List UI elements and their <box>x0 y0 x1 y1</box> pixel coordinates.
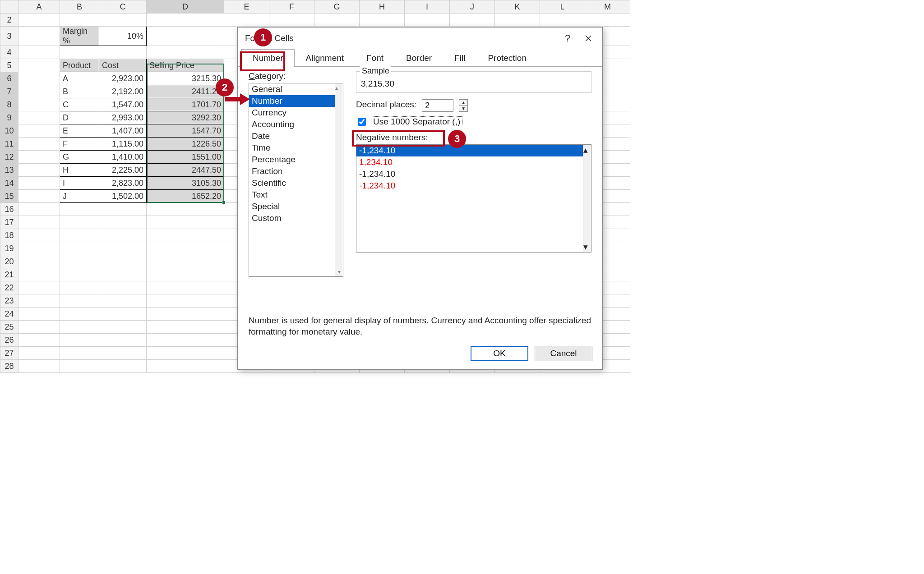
category-item[interactable]: Text <box>249 189 343 201</box>
cell[interactable] <box>60 216 99 229</box>
cell[interactable] <box>18 203 60 216</box>
row-header[interactable]: 9 <box>0 111 18 124</box>
row-header[interactable]: 27 <box>0 347 18 360</box>
cell[interactable] <box>99 46 147 59</box>
category-item[interactable]: Time <box>249 142 343 154</box>
column-header[interactable]: K <box>495 0 540 14</box>
category-item[interactable]: Currency <box>249 107 343 119</box>
cell[interactable]: 3215.30 <box>147 72 224 85</box>
row-header[interactable]: 5 <box>0 59 18 72</box>
cell[interactable] <box>60 46 99 59</box>
tab-protection[interactable]: Protection <box>476 49 538 67</box>
cell[interactable]: 1,115.00 <box>99 138 147 151</box>
category-item[interactable]: Date <box>249 130 343 142</box>
cell[interactable]: 2,225.00 <box>99 164 147 177</box>
cell[interactable]: J <box>60 190 99 203</box>
scroll-up-icon[interactable]: ▴ <box>335 83 338 92</box>
cell[interactable]: Cost <box>99 59 147 72</box>
cell[interactable] <box>18 138 60 151</box>
cell[interactable]: 2447.50 <box>147 164 224 177</box>
cell[interactable] <box>147 27 224 46</box>
cell[interactable] <box>99 281 147 294</box>
cell[interactable] <box>99 308 147 321</box>
listbox-scrollbar[interactable]: ▴ ▾ <box>583 145 591 252</box>
tab-border[interactable]: Border <box>395 49 443 67</box>
row-header[interactable]: 12 <box>0 151 18 164</box>
cell[interactable] <box>99 268 147 281</box>
row-header[interactable]: 26 <box>0 334 18 347</box>
row-header[interactable]: 16 <box>0 203 18 216</box>
cell[interactable]: C <box>60 98 99 111</box>
tab-alignment[interactable]: Alignment <box>295 49 356 67</box>
cell[interactable] <box>147 360 224 373</box>
cell[interactable] <box>60 281 99 294</box>
cell[interactable] <box>147 255 224 268</box>
cell[interactable] <box>450 14 495 27</box>
row-header[interactable]: 8 <box>0 98 18 111</box>
spinner-down-icon[interactable]: ▼ <box>459 106 467 112</box>
cell[interactable]: H <box>60 164 99 177</box>
cell[interactable] <box>99 294 147 308</box>
cell[interactable] <box>60 294 99 308</box>
row-header[interactable]: 25 <box>0 321 18 334</box>
cell[interactable]: 3105.30 <box>147 177 224 190</box>
scroll-up-icon[interactable]: ▴ <box>583 145 588 155</box>
cell[interactable]: Selling Price <box>147 59 224 72</box>
category-item[interactable]: Accounting <box>249 119 343 130</box>
row-header[interactable]: 7 <box>0 85 18 98</box>
cell[interactable] <box>60 14 99 27</box>
cell[interactable] <box>99 203 147 216</box>
cell[interactable] <box>60 360 99 373</box>
cell[interactable] <box>60 308 99 321</box>
cell[interactable] <box>18 360 60 373</box>
row-header[interactable]: 13 <box>0 164 18 177</box>
row-header[interactable]: 3 <box>0 27 18 46</box>
cell[interactable] <box>18 98 60 111</box>
cell[interactable] <box>18 164 60 177</box>
cell[interactable]: 1652.20 <box>147 190 224 203</box>
spinner-up-icon[interactable]: ▲ <box>459 100 467 106</box>
cell[interactable]: Margin % <box>60 27 99 46</box>
cell[interactable] <box>60 203 99 216</box>
cell[interactable]: 2,923.00 <box>99 72 147 85</box>
use-1000-separator-checkbox[interactable] <box>358 118 366 126</box>
column-header[interactable]: A <box>18 0 60 14</box>
cell[interactable]: 2,192.00 <box>99 85 147 98</box>
negative-format-item[interactable]: -1,234.10 <box>356 180 591 192</box>
cell[interactable] <box>147 203 224 216</box>
cell[interactable]: A <box>60 72 99 85</box>
tab-font[interactable]: Font <box>355 49 395 67</box>
cell[interactable] <box>99 229 147 242</box>
help-button[interactable]: ? <box>557 30 578 46</box>
category-item[interactable]: Custom <box>249 212 343 224</box>
cell[interactable]: E <box>60 124 99 138</box>
cell[interactable] <box>60 229 99 242</box>
negative-format-item[interactable]: -1,234.10 <box>356 168 591 180</box>
selection-fill-handle[interactable] <box>222 201 226 204</box>
column-header[interactable]: C <box>99 0 147 14</box>
cell[interactable]: 2,823.00 <box>99 177 147 190</box>
cell[interactable] <box>18 308 60 321</box>
cell[interactable] <box>60 334 99 347</box>
row-header[interactable]: 6 <box>0 72 18 85</box>
cell[interactable] <box>147 14 224 27</box>
ok-button[interactable]: OK <box>471 346 528 361</box>
cell[interactable] <box>18 59 60 72</box>
cell[interactable] <box>147 242 224 255</box>
cell[interactable]: 1,502.00 <box>99 190 147 203</box>
cell[interactable] <box>18 255 60 268</box>
tab-fill[interactable]: Fill <box>443 49 476 67</box>
cell[interactable] <box>147 308 224 321</box>
cell[interactable] <box>147 268 224 281</box>
column-header[interactable]: H <box>360 0 405 14</box>
row-header[interactable]: 21 <box>0 268 18 281</box>
cell[interactable] <box>269 14 314 27</box>
cell[interactable] <box>60 347 99 360</box>
listbox-scrollbar[interactable]: ▴ ▾ <box>335 83 343 276</box>
row-header[interactable]: 4 <box>0 46 18 59</box>
cell[interactable] <box>18 14 60 27</box>
negative-format-item[interactable]: -1,234.10 <box>356 145 591 156</box>
decimal-places-input[interactable] <box>422 99 453 112</box>
cell[interactable] <box>18 242 60 255</box>
close-button[interactable] <box>578 30 599 46</box>
